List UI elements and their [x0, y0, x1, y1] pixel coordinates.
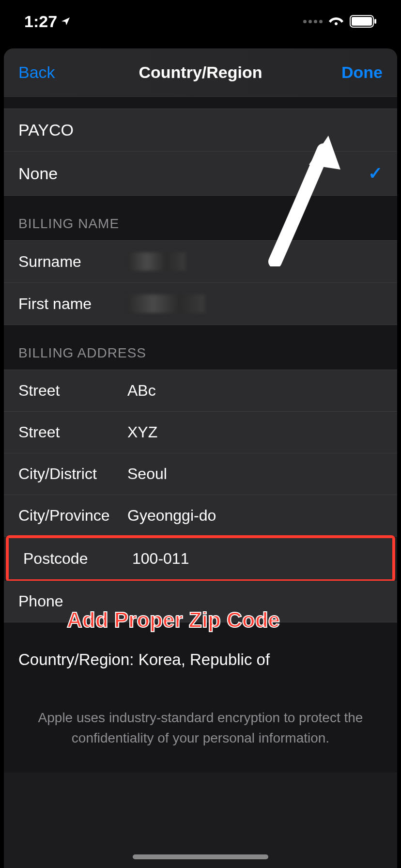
postcode-highlight: Postcode 100-011	[6, 535, 395, 582]
firstname-value-redacted	[127, 294, 205, 313]
street1-field[interactable]: Street ABc	[4, 370, 397, 412]
city-province-field[interactable]: City/Province Gyeonggi-do	[4, 495, 397, 537]
none-label: None	[18, 164, 58, 183]
annotation-arrow	[261, 131, 348, 268]
street2-value: XYZ	[127, 423, 157, 441]
city-district-field[interactable]: City/District Seoul	[4, 453, 397, 495]
surname-value-redacted	[127, 252, 185, 271]
battery-icon	[350, 15, 377, 28]
payco-label: PAYCO	[18, 121, 74, 140]
svg-rect-1	[352, 17, 372, 26]
signal-dots-icon	[303, 20, 323, 23]
surname-label: Surname	[18, 253, 127, 271]
footer-text: Apple uses industry-standard encryption …	[4, 683, 397, 773]
back-button[interactable]: Back	[18, 63, 55, 82]
checkmark-icon: ✓	[368, 163, 383, 184]
city-province-value: Gyeonggi-do	[127, 507, 216, 525]
street1-value: ABc	[127, 382, 156, 400]
nav-bar: Back Country/Region Done	[4, 48, 397, 97]
street1-label: Street	[18, 382, 127, 400]
postcode-field[interactable]: Postcode 100-011	[9, 538, 392, 579]
country-region-line: Country/Region: Korea, Republic of	[4, 636, 397, 683]
page-title: Country/Region	[139, 63, 262, 82]
street2-label: Street	[18, 423, 127, 441]
annotation-text: Add Proper Zip Code	[67, 608, 280, 632]
status-time: 1:27	[24, 12, 71, 31]
city-district-label: City/District	[18, 465, 127, 483]
status-bar: 1:27	[0, 0, 401, 43]
postcode-label: Postcode	[23, 550, 132, 568]
city-province-label: City/Province	[18, 507, 127, 525]
firstname-label: First name	[18, 295, 127, 313]
postcode-value: 100-011	[132, 550, 189, 568]
status-right	[303, 15, 377, 28]
time-text: 1:27	[24, 12, 57, 31]
location-icon	[61, 16, 71, 26]
street2-field[interactable]: Street XYZ	[4, 412, 397, 453]
svg-rect-2	[374, 19, 376, 24]
firstname-field[interactable]: First name	[4, 283, 397, 325]
wifi-icon	[328, 16, 344, 27]
settings-modal: Back Country/Region Done PAYCO None ✓ BI…	[4, 48, 397, 868]
billing-address-header: BILLING ADDRESS	[4, 325, 397, 370]
home-indicator[interactable]	[133, 854, 268, 859]
city-district-value: Seoul	[127, 465, 167, 483]
done-button[interactable]: Done	[341, 63, 383, 82]
